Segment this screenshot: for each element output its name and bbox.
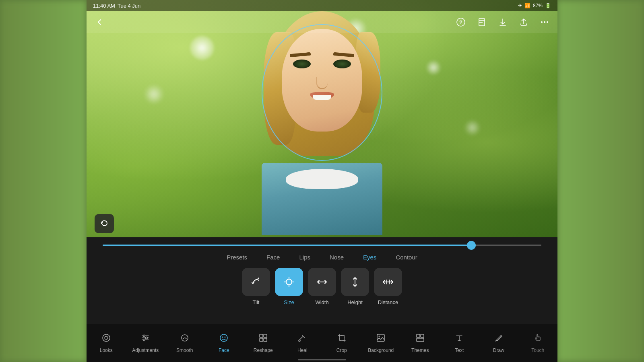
svg-rect-39 (421, 334, 424, 337)
reshape-icon (258, 333, 268, 345)
tool-width[interactable]: Width (308, 268, 336, 305)
share-button[interactable] (517, 16, 530, 29)
face-icon (219, 333, 229, 345)
svg-point-23 (143, 335, 145, 337)
tilt-label: Tilt (253, 299, 260, 305)
image-area[interactable] (87, 0, 557, 237)
nav-adjustments-label: Adjustments (132, 348, 159, 353)
nav-themes-label: Themes (411, 348, 429, 353)
nav-face-label: Face (219, 348, 229, 353)
nav-adjustments[interactable]: Adjustments (126, 330, 165, 356)
nav-text[interactable]: Text (440, 330, 479, 356)
tool-tilt[interactable]: Tilt (242, 268, 270, 305)
nav-crop[interactable]: Crop (322, 330, 361, 356)
tab-face[interactable]: Face (265, 253, 281, 261)
crop-icon (337, 333, 347, 345)
nav-background-label: Background (368, 348, 394, 353)
bookmark-button[interactable] (475, 16, 488, 29)
tab-lips[interactable]: Lips (297, 253, 312, 261)
slider-track[interactable] (103, 245, 541, 246)
text-icon (454, 333, 464, 345)
touch-icon (533, 333, 543, 345)
tab-contour[interactable]: Contour (394, 253, 419, 261)
svg-point-27 (220, 334, 227, 341)
nav-heal-label: Heal (297, 348, 308, 353)
svg-point-18 (103, 334, 110, 341)
photo-background (87, 0, 557, 237)
tabs-row: Presets Face Lips Nose Eyes Contour (87, 250, 557, 266)
tool-size[interactable]: Size (275, 268, 303, 305)
svg-point-29 (225, 337, 226, 338)
slider-fill (103, 245, 471, 246)
bottom-nav: Looks Adjustments (87, 324, 557, 362)
svg-point-8 (286, 279, 292, 285)
height-icon-box (341, 268, 369, 296)
smooth-icon (180, 333, 190, 345)
nav-smooth[interactable]: Smooth (165, 330, 204, 356)
svg-point-24 (146, 337, 148, 339)
nav-draw[interactable]: Draw (479, 330, 518, 356)
svg-rect-2 (479, 19, 485, 26)
undo-button[interactable] (95, 214, 114, 233)
status-time: 11:40 AM (93, 3, 115, 9)
nav-draw-label: Draw (493, 348, 504, 353)
nav-face[interactable]: Face (204, 330, 244, 356)
bottom-panel: Presets Face Lips Nose Eyes Contour Tilt (87, 237, 557, 362)
help-button[interactable]: ? (454, 16, 467, 29)
tab-nose[interactable]: Nose (328, 253, 345, 261)
size-label: Size (284, 299, 294, 305)
svg-rect-30 (260, 334, 263, 337)
nav-reshape-label: Reshape (254, 348, 273, 353)
svg-point-5 (541, 21, 543, 23)
slider-container[interactable] (87, 237, 557, 250)
svg-rect-32 (260, 338, 263, 341)
tools-grid: Tilt Size (87, 266, 557, 308)
nav-touch[interactable]: Touch (518, 330, 558, 356)
tool-height[interactable]: Height (341, 268, 369, 305)
slider-thumb[interactable] (467, 241, 476, 250)
svg-rect-38 (417, 334, 420, 337)
more-button[interactable] (538, 16, 551, 29)
svg-rect-40 (417, 338, 424, 341)
svg-text:?: ? (459, 19, 462, 25)
tab-presets[interactable]: Presets (225, 253, 249, 261)
nav-heal[interactable]: Heal (283, 330, 322, 356)
back-button[interactable] (93, 16, 106, 29)
battery-label: 87% (533, 3, 543, 8)
looks-icon (101, 333, 111, 345)
nav-reshape[interactable]: Reshape (244, 330, 283, 356)
distance-label: Distance (378, 299, 398, 305)
svg-point-6 (544, 21, 545, 23)
nav-background[interactable]: Background (361, 330, 401, 356)
distance-icon-box (374, 268, 402, 296)
svg-rect-35 (339, 335, 344, 340)
svg-point-19 (105, 336, 108, 339)
nav-looks-label: Looks (100, 348, 113, 353)
nav-crop-label: Crop (336, 348, 347, 353)
height-label: Height (347, 299, 363, 305)
tilt-icon-box (242, 268, 270, 296)
svg-point-34 (299, 340, 300, 341)
draw-icon (494, 333, 504, 345)
width-label: Width (315, 299, 328, 305)
nav-text-label: Text (455, 348, 464, 353)
tab-eyes[interactable]: Eyes (361, 253, 378, 261)
themes-icon (415, 333, 425, 345)
background-icon (376, 333, 386, 345)
heal-icon (297, 333, 307, 345)
nav-looks[interactable]: Looks (87, 330, 126, 356)
svg-line-41 (500, 335, 501, 336)
svg-point-7 (547, 21, 548, 23)
airplane-icon: ✈ (518, 3, 522, 8)
download-button[interactable] (496, 16, 509, 29)
nav-touch-label: Touch (531, 348, 544, 353)
status-bar: 11:40 AM Tue 4 Jun ✈ 📶 87% 🔋 (87, 0, 557, 11)
home-indicator (298, 359, 346, 360)
wifi-icon: 📶 (524, 3, 530, 8)
svg-rect-33 (264, 338, 267, 341)
nav-themes[interactable]: Themes (400, 330, 440, 356)
status-date: Tue 4 Jun (118, 3, 140, 9)
top-toolbar: ? (87, 11, 557, 33)
tool-distance[interactable]: Distance (374, 268, 402, 305)
width-icon-box (308, 268, 336, 296)
